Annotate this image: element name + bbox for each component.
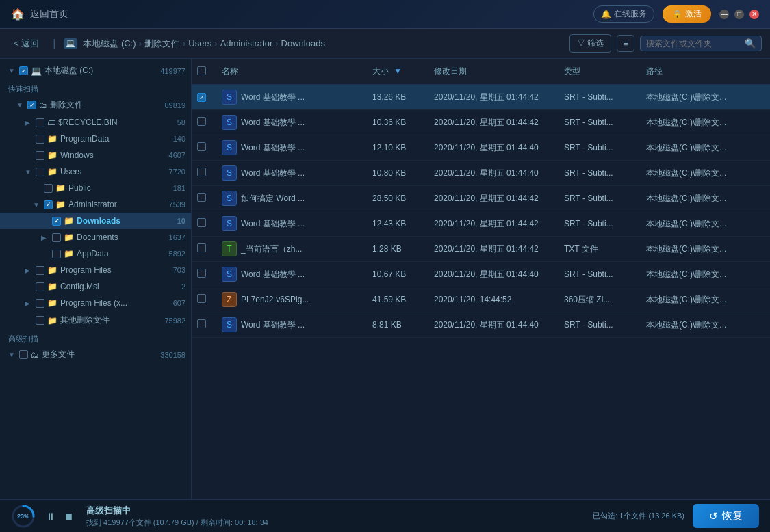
row-checkbox[interactable]: ✓	[197, 93, 206, 102]
row-checkbox-cell[interactable]	[192, 262, 216, 287]
item-checkbox[interactable]	[36, 168, 44, 176]
folder-icon: 📁	[47, 265, 57, 275]
col-header-name[interactable]: 名称	[216, 59, 367, 85]
table-row[interactable]: SWord 基础教學 ...10.80 KB2020/11/20, 星期五 01…	[192, 161, 770, 186]
breadcrumb-drive[interactable]: 本地磁盘 (C:)	[83, 38, 136, 50]
row-checkbox[interactable]	[197, 294, 206, 303]
restore-button[interactable]: ↺ 恢复	[693, 504, 759, 528]
item-checkbox[interactable]	[36, 151, 44, 160]
table-row[interactable]: SWord 基础教學 ...8.81 KB2020/11/20, 星期五 01:…	[192, 312, 770, 338]
activate-button[interactable]: 🔒 激活	[663, 5, 711, 23]
sidebar-item-8[interactable]: ▶📁Documents1637	[0, 229, 191, 245]
col-header-path[interactable]: 路径	[641, 59, 770, 85]
row-checkbox[interactable]	[197, 168, 206, 176]
row-checkbox[interactable]	[197, 218, 206, 227]
col-header-type[interactable]: 类型	[559, 59, 641, 85]
breadcrumb-sep3: ›	[214, 38, 217, 49]
sidebar-item-drive[interactable]: ▼ ✓ 💻 本地磁盘 (C:) 419977	[0, 62, 191, 80]
row-checkbox-cell[interactable]: ✓	[192, 85, 216, 110]
bell-icon: 🔔	[601, 10, 611, 19]
row-checkbox[interactable]	[197, 243, 206, 252]
breadcrumb-path4[interactable]: Downloads	[281, 38, 325, 49]
breadcrumb-path3[interactable]: Administrator	[220, 38, 273, 49]
row-checkbox-cell[interactable]	[192, 186, 216, 211]
row-checkbox-cell[interactable]	[192, 312, 216, 338]
row-checkbox[interactable]	[197, 117, 206, 126]
restore-label: 恢复	[722, 509, 743, 522]
item-checkbox[interactable]	[52, 250, 61, 258]
search-box[interactable]: 🔍	[640, 36, 762, 51]
sidebar-item-7[interactable]: ✓📁Downloads10	[0, 213, 191, 229]
breadcrumb-path1[interactable]: 删除文件	[144, 38, 180, 50]
service-button[interactable]: 🔔 在线服务	[593, 5, 654, 23]
sidebar-item-1[interactable]: ▶🗃$RECYCLE.BIN58	[0, 114, 191, 131]
filter-button[interactable]: ▽ 筛选	[569, 34, 611, 53]
row-checkbox[interactable]	[197, 269, 206, 278]
table-row[interactable]: ✓SWord 基础教學 ...13.26 KB2020/11/20, 星期五 0…	[192, 85, 770, 110]
search-input[interactable]	[646, 39, 742, 49]
back-button[interactable]: < 返回	[8, 35, 44, 53]
item-checkbox[interactable]	[44, 184, 53, 193]
stop-button[interactable]: ⏹	[62, 509, 75, 523]
table-row[interactable]: SWord 基础教學 ...10.67 KB2020/11/20, 星期五 01…	[192, 262, 770, 287]
minimize-button[interactable]: —	[719, 10, 729, 19]
table-row[interactable]: ZPL7enJ2-v6SPlg...41.59 KB2020/11/20, 14…	[192, 287, 770, 312]
item-checkbox[interactable]	[36, 316, 44, 325]
progress-circle: 23%	[11, 504, 36, 529]
item-checkbox[interactable]	[36, 118, 44, 127]
more-checkbox[interactable]	[19, 350, 28, 359]
menu-button[interactable]: ≡	[617, 35, 634, 52]
more-files-label: 更多文件	[42, 349, 75, 360]
row-checkbox-cell[interactable]	[192, 237, 216, 262]
home-label[interactable]: 返回首页	[30, 8, 68, 21]
item-checkbox[interactable]	[36, 282, 44, 291]
item-checkbox[interactable]	[36, 135, 44, 144]
table-row[interactable]: SWord 基础教學 ...12.10 KB2020/11/20, 星期五 01…	[192, 135, 770, 161]
row-checkbox-cell[interactable]	[192, 110, 216, 135]
row-size-cell: 12.10 KB	[367, 135, 428, 161]
item-checkbox[interactable]	[52, 233, 61, 242]
sidebar-item-9[interactable]: 📁AppData5892	[0, 245, 191, 262]
row-checkbox-cell[interactable]	[192, 287, 216, 312]
sidebar-item-0[interactable]: ▼✓🗂删除文件89819	[0, 96, 191, 114]
sidebar-item-12[interactable]: ▶📁Program Files (x...607	[0, 295, 191, 311]
sidebar-item-6[interactable]: ▼✓📁Administrator7539	[0, 196, 191, 213]
breadcrumb-path2[interactable]: Users	[188, 38, 211, 49]
sidebar-item-2[interactable]: 📁ProgramData140	[0, 131, 191, 147]
col-header-size[interactable]: 大小 ▼	[367, 59, 428, 85]
drive-checkbox[interactable]: ✓	[19, 66, 28, 75]
close-button[interactable]: ✕	[749, 10, 759, 19]
drive-icon: 💻	[64, 38, 77, 49]
select-all-checkbox[interactable]	[197, 66, 206, 75]
item-checkbox[interactable]: ✓	[52, 217, 61, 226]
row-checkbox-cell[interactable]	[192, 135, 216, 161]
sidebar-item-5[interactable]: 📁Public181	[0, 180, 191, 196]
item-checkbox[interactable]: ✓	[44, 200, 53, 209]
table-row[interactable]: SWord 基础教學 ...10.36 KB2020/11/20, 星期五 01…	[192, 110, 770, 135]
pause-button[interactable]: ⏸	[44, 509, 57, 523]
col-header-date[interactable]: 修改日期	[428, 59, 559, 85]
row-checkbox[interactable]	[197, 142, 206, 151]
title-bar-left: 🏠 返回首页	[11, 8, 68, 21]
sidebar-item-3[interactable]: 📁Windows4607	[0, 147, 191, 163]
maximize-button[interactable]: □	[734, 10, 744, 19]
sidebar-item-13[interactable]: 📁其他删除文件75982	[0, 311, 191, 330]
sidebar-item-more-files[interactable]: ▼ 🗂 更多文件 330158	[0, 345, 191, 364]
row-checkbox[interactable]	[197, 193, 206, 202]
table-row[interactable]: T_当前语言（zh...1.28 KB2020/11/20, 星期五 01:44…	[192, 237, 770, 262]
table-row[interactable]: SWord 基础教學 ...12.43 KB2020/11/20, 星期五 01…	[192, 211, 770, 237]
sidebar-item-11[interactable]: 📁Config.Msi2	[0, 278, 191, 295]
sidebar-item-4[interactable]: ▼📁Users7720	[0, 163, 191, 180]
row-checkbox-cell[interactable]	[192, 211, 216, 237]
row-checkbox[interactable]	[197, 319, 206, 328]
item-checkbox[interactable]: ✓	[27, 101, 36, 109]
table-row[interactable]: S如何搞定 Word ...28.50 KB2020/11/20, 星期五 01…	[192, 186, 770, 211]
item-checkbox[interactable]	[36, 266, 44, 275]
row-checkbox-cell[interactable]	[192, 161, 216, 186]
item-checkbox[interactable]	[36, 299, 44, 308]
col-header-check[interactable]	[192, 59, 216, 85]
expand-icon: ▶	[25, 119, 33, 127]
table-scroll[interactable]: 名称 大小 ▼ 修改日期 类型	[192, 59, 770, 499]
row-name-cell: S如何搞定 Word ...	[216, 186, 367, 211]
sidebar-item-10[interactable]: ▶📁Program Files703	[0, 262, 191, 278]
